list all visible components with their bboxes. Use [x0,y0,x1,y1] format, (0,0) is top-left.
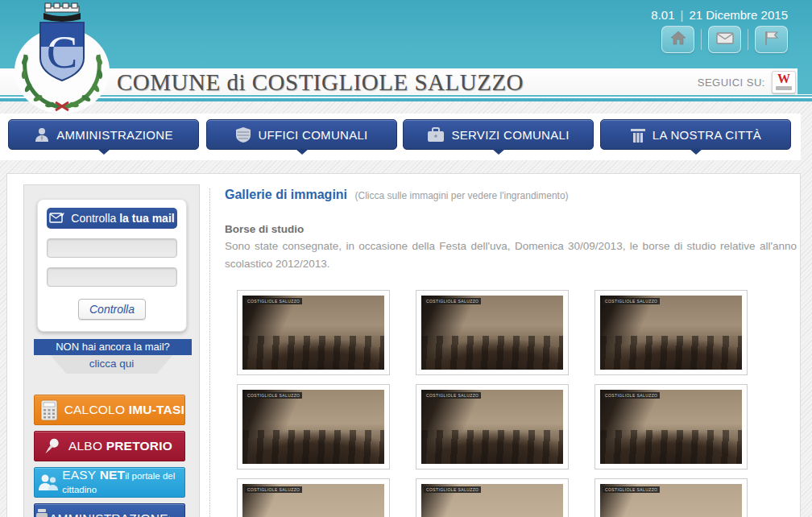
datetime-separator: | [681,8,684,22]
shield-icon [235,126,251,143]
sidebar-item-calcolo-imu-tasi[interactable]: CALCOLO IMU-TASI [34,395,185,425]
photo-watermark: COSTIGLIOLE SALUZZO [603,486,660,493]
mail-check-icon [49,212,65,225]
topbar-separator [701,29,702,50]
briefcase-icon [427,126,445,143]
home-icon [670,31,686,48]
content-divider [209,188,210,517]
gallery-thumbnail-3[interactable]: COSTIGLIOLE SALUZZO [594,290,748,375]
home-button[interactable] [661,26,694,53]
gallery-thumbnail-2[interactable]: COSTIGLIOLE SALUZZO [416,290,569,375]
social-w-button[interactable]: W [772,71,796,93]
nav-item-label: AMMINISTRAZIONE [56,128,173,142]
group-photo: COSTIGLIOLE SALUZZO [242,296,384,370]
group-photo: COSTIGLIOLE SALUZZO [600,390,742,464]
photo-watermark: COSTIGLIOLE SALUZZO [424,298,481,304]
gallery-thumbnail-1[interactable]: COSTIGLIOLE SALUZZO [237,290,390,375]
no-mail-banner[interactable]: NON hai ancora la mail? [34,339,192,355]
jar-icon: C [35,508,49,517]
clock-time: 8.01 [651,8,674,22]
nav-item-label: SERVIZI COMUNALI [451,128,569,142]
topbar-quick-links [661,26,788,53]
page-background: { "topbar": { "time": "8.01", "separator… [0,0,812,517]
mail-widget-title: Controlla la tua mail [71,212,174,225]
nav-item-amministrazione[interactable]: AMMINISTRAZIONE [8,119,199,150]
nav-item-servizi-comunali[interactable]: SERVIZI COMUNALI [403,119,594,150]
page-heading-row: Gallerie di immagini (Clicca sulle immag… [225,188,797,202]
sidebar-item-easy-net[interactable]: EASY NETil portale del cittadino [34,467,185,498]
photo-watermark: COSTIGLIOLE SALUZZO [424,486,481,493]
calculator-icon [35,399,64,421]
group-photo: COSTIGLIOLE SALUZZO [421,296,563,370]
photo-watermark: COSTIGLIOLE SALUZZO [603,298,660,304]
main-navigation: AMMINISTRAZIONE UFFICI COMUNALI SERVIZI … [0,114,801,160]
people-icon [35,473,62,492]
follow-us-label: SEGUICI SU: [698,77,765,89]
contact-mail-button[interactable] [708,26,741,53]
nav-item-label: LA NOSTRA CITTÀ [652,128,761,142]
group-photo: COSTIGLIOLE SALUZZO [242,390,384,464]
album-title: Borse di studio [225,223,797,235]
gallery-thumbnail-6[interactable]: COSTIGLIOLE SALUZZO [594,384,748,469]
sidebar-item-albo-pretorio[interactable]: ALBO PRETORIO [34,431,185,461]
gallery-thumbnail-9[interactable]: COSTIGLIOLE SALUZZO [594,478,748,517]
group-photo: COSTIGLIOLE SALUZZO [600,296,742,370]
group-photo: COSTIGLIOLE SALUZZO [421,390,563,464]
sidebar: Controlla la tua mail Controlla NON hai … [23,184,200,517]
mural-crown-icon [44,3,81,22]
content-area: Gallerie di immagini (Clicca sulle immag… [225,188,797,517]
nav-item-label: UFFICI COMUNALI [258,128,367,142]
sidebar-shortcuts: CALCOLO IMU-TASI ALBO PRETORIO EASY NETi… [24,395,199,517]
group-photo: COSTIGLIOLE SALUZZO [600,484,742,517]
datetime-display: 8.01|21 Dicembre 2015 [651,8,788,22]
photo-watermark: COSTIGLIOLE SALUZZO [245,298,302,304]
photo-watermark: COSTIGLIOLE SALUZZO [603,392,660,399]
group-photo: COSTIGLIOLE SALUZZO [421,484,563,517]
mail-password-input[interactable] [47,267,177,287]
column-icon [630,126,646,143]
mail-submit-button[interactable]: Controlla [78,299,146,320]
flag-button[interactable] [755,26,788,53]
w-social-caption [776,86,792,90]
main-panel: Controlla la tua mail Controlla NON hai … [6,173,801,517]
gallery-thumbnail-7[interactable]: COSTIGLIOLE SALUZZO [237,478,390,517]
click-here-link[interactable]: clicca qui [51,355,173,374]
site-title: COMUNE di COSTIGLIOLE SALUZZO [117,69,524,96]
nav-item-la-nostra-citta[interactable]: LA NOSTRA CITTÀ [600,119,791,150]
group-photo: COSTIGLIOLE SALUZZO [242,484,384,517]
photo-gallery: COSTIGLIOLE SALUZZO COSTIGLIOLE SALUZZO … [237,290,797,517]
sidebar-item-amministrazione-trasparente[interactable]: C AMMINISTRAZIONEtrasparente [34,503,185,517]
photo-watermark: COSTIGLIOLE SALUZZO [245,486,302,493]
photo-watermark: COSTIGLIOLE SALUZZO [245,392,302,399]
page-title: Gallerie di immagini [225,188,347,201]
follow-us: SEGUICI SU: W [698,71,796,93]
mail-username-input[interactable] [47,238,177,258]
photo-watermark: COSTIGLIOLE SALUZZO [424,392,481,399]
w-social-icon: W [773,72,795,85]
person-icon [34,126,50,143]
page-title-note: (Clicca sulle immagini per vedere l'ingr… [355,190,569,201]
mail-login-widget: Controlla la tua mail Controlla [37,199,187,332]
pushpin-icon [35,436,68,457]
nav-item-uffici-comunali[interactable]: UFFICI COMUNALI [206,119,397,150]
municipality-coat-of-arms[interactable]: C C [13,0,111,114]
flag-icon [764,31,780,49]
gallery-thumbnail-8[interactable]: COSTIGLIOLE SALUZZO [416,478,569,517]
mail-widget-header[interactable]: Controlla la tua mail [47,208,177,229]
topbar-separator [748,29,748,50]
gallery-thumbnail-5[interactable]: COSTIGLIOLE SALUZZO [416,384,569,469]
album-description: Sono state consegnate, in occasione dell… [225,238,797,273]
mail-icon [716,32,734,48]
header: COMUNE di COSTIGLIOLE SALUZZO 8.01|21 Di… [0,0,812,101]
gallery-thumbnail-4[interactable]: COSTIGLIOLE SALUZZO [237,384,390,469]
current-date: 21 Dicembre 2015 [689,8,788,22]
